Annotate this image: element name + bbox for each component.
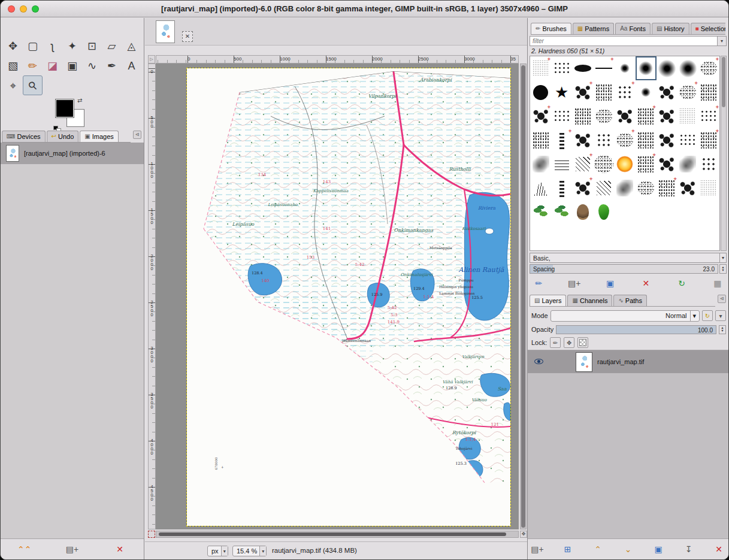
- brush-soft-large[interactable]: [677, 56, 698, 80]
- brush-texture[interactable]: [593, 80, 614, 104]
- brush-splatter[interactable]: [677, 176, 698, 200]
- brush-scrollbar-thumb[interactable]: [722, 57, 725, 107]
- fuzzy-select-tool[interactable]: ✦: [62, 36, 82, 56]
- brush-splatter[interactable]: [614, 104, 635, 128]
- swap-colors-icon[interactable]: ⇄: [77, 97, 82, 104]
- foreground-color-swatch[interactable]: [56, 99, 74, 117]
- quick-mask-toggle[interactable]: [148, 531, 155, 538]
- brush-smoke[interactable]: [530, 152, 551, 176]
- brush-pencil-sketch[interactable]: [551, 152, 572, 176]
- delete-layer-button[interactable]: ✕: [712, 542, 726, 556]
- brush-splatter[interactable]: [572, 128, 593, 152]
- move-tool[interactable]: ✥: [3, 36, 23, 56]
- brush-texture[interactable]: [636, 152, 657, 176]
- tab-channels[interactable]: ▦Channels: [567, 295, 612, 306]
- brush-dots[interactable]: [677, 128, 698, 152]
- duplicate-layer-button[interactable]: ▣: [651, 542, 666, 556]
- vertical-ruler[interactable]: 050010001500200025003000350040004500: [148, 63, 156, 529]
- layer-visibility-toggle[interactable]: [534, 358, 545, 366]
- horizontal-scrollbar-thumb[interactable]: [159, 532, 506, 536]
- brush-texture[interactable]: [698, 80, 719, 104]
- brush-dot-grid[interactable]: [593, 128, 614, 152]
- brush-splatter[interactable]: [572, 176, 593, 200]
- rectangle-select-tool[interactable]: ▢: [23, 36, 43, 56]
- brush-splatter[interactable]: [657, 104, 677, 128]
- brush-empty[interactable]: [636, 200, 657, 224]
- brush-spray[interactable]: [593, 104, 614, 128]
- duplicate-brush-button[interactable]: ▣: [603, 276, 618, 290]
- brush-dot-grid[interactable]: [698, 152, 719, 176]
- spacing-spinner[interactable]: ▲▼: [719, 264, 727, 274]
- raise-displays-button[interactable]: ⌃⌃: [17, 542, 32, 556]
- brush-owl[interactable]: [572, 200, 593, 224]
- brush-diagonal-lines[interactable]: [593, 176, 614, 200]
- navigation-button[interactable]: ✥: [520, 531, 527, 538]
- raise-layer-button[interactable]: ⌃: [591, 542, 605, 556]
- brush-hardness-050[interactable]: [636, 56, 657, 80]
- brush-noise[interactable]: [677, 104, 698, 128]
- unit-select[interactable]: px▾: [207, 546, 228, 556]
- new-display-button[interactable]: ▤+: [65, 542, 79, 556]
- delete-brush-button[interactable]: ✕: [639, 276, 653, 290]
- ruler-corner-button[interactable]: ▷: [148, 55, 155, 63]
- brush-dots[interactable]: [551, 56, 572, 80]
- brush-grid-scrollbar[interactable]: [721, 56, 727, 251]
- merge-layer-button[interactable]: ↧: [682, 542, 696, 556]
- brush-empty[interactable]: [657, 200, 677, 224]
- lock-pixels-toggle[interactable]: ✏: [550, 337, 561, 348]
- crop-tool[interactable]: ⊡: [82, 36, 102, 56]
- brush-diagonal-lines[interactable]: [572, 152, 593, 176]
- image-tab-menu-button[interactable]: ✕: [182, 31, 193, 42]
- delete-display-button[interactable]: ✕: [113, 542, 127, 556]
- brush-spray[interactable]: [636, 176, 657, 200]
- layer-row[interactable]: rautjarvi_map.tif: [528, 350, 728, 373]
- brush-noise[interactable]: [698, 176, 719, 200]
- brush-leaf[interactable]: [551, 200, 572, 224]
- brush-texture[interactable]: [636, 104, 657, 128]
- brush-vine[interactable]: [551, 176, 572, 200]
- brush-hardness-075[interactable]: [657, 56, 677, 80]
- tab-layers[interactable]: ▤Layers: [530, 295, 566, 306]
- brush-dots[interactable]: [551, 104, 572, 128]
- gradient-tool[interactable]: ▧: [3, 56, 23, 75]
- lock-alpha-toggle[interactable]: [577, 337, 588, 348]
- brush-smoke[interactable]: [677, 152, 698, 176]
- image-canvas[interactable]: ArabiankorpiVilpankorpiRustholliRivieraK…: [187, 68, 510, 526]
- brush-soft-small[interactable]: [636, 80, 657, 104]
- brush-texture[interactable]: [530, 56, 551, 80]
- zoom-select[interactable]: 15.4 %▾: [232, 546, 267, 556]
- eraser-tool[interactable]: ◪: [43, 56, 62, 75]
- brush-grass[interactable]: [530, 176, 551, 200]
- brush-texture[interactable]: [636, 128, 657, 152]
- tab-patterns[interactable]: ▦Patterns: [573, 23, 614, 34]
- brush-texture[interactable]: [698, 128, 719, 152]
- image-list-item[interactable]: [rautjarvi_map] (imported)-6: [1, 143, 144, 164]
- horizontal-ruler[interactable]: 05001000150020002500300035: [156, 55, 519, 63]
- vertical-scrollbar[interactable]: [520, 63, 527, 529]
- brush-splatter[interactable]: [657, 152, 677, 176]
- brush-texture[interactable]: [572, 104, 593, 128]
- unified-transform-tool[interactable]: ▱: [102, 36, 122, 56]
- brush-texture[interactable]: [657, 176, 677, 200]
- opacity-spinner[interactable]: ▲▼: [719, 325, 726, 334]
- color-picker-tool[interactable]: ⌖: [3, 75, 23, 95]
- brush-texture[interactable]: [530, 128, 551, 152]
- layers-dock-menu-button[interactable]: ⊲: [718, 295, 726, 303]
- brush-flat-oval[interactable]: [572, 56, 593, 80]
- brush-dot-grid[interactable]: [614, 80, 635, 104]
- edit-brush-button[interactable]: ✏: [531, 276, 546, 290]
- tab-paths[interactable]: ∿Paths: [613, 295, 647, 306]
- tab-images[interactable]: ▣Images: [80, 131, 119, 142]
- image-tab[interactable]: [156, 20, 175, 43]
- brush-hardness-025[interactable]: [614, 56, 635, 80]
- brush-splatter[interactable]: [657, 128, 677, 152]
- brush-empty[interactable]: [698, 200, 719, 224]
- spacing-slider[interactable]: Spacing 23.0: [530, 264, 718, 274]
- brush-spray[interactable]: [698, 56, 719, 80]
- lower-layer-button[interactable]: ⌄: [621, 542, 636, 556]
- opacity-slider[interactable]: 100.0: [556, 325, 716, 334]
- mode-menu-button[interactable]: ▾: [715, 310, 726, 321]
- brush-filter-input[interactable]: [530, 36, 718, 46]
- free-select-tool[interactable]: ʅ: [43, 36, 62, 56]
- brush-star[interactable]: [551, 80, 572, 104]
